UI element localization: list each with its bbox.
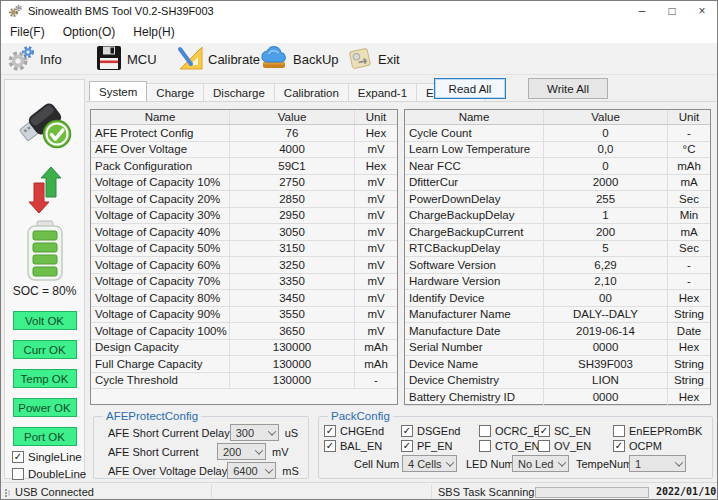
param-value[interactable]: 130000 (230, 356, 355, 372)
table-row: ChargeBackupCurrent200mA (405, 224, 710, 241)
pack-group-title: PackConfig (328, 410, 393, 422)
checkbox-label: SC_EN (554, 425, 591, 437)
read-all-button[interactable]: Read All (434, 78, 506, 99)
info-button[interactable]: Info (7, 45, 62, 73)
menu-item-option(o)[interactable]: Option(O) (54, 23, 125, 41)
param-value[interactable]: 2,10 (544, 274, 668, 290)
param-value[interactable]: 130000 (230, 340, 355, 356)
menu-item-file(f)[interactable]: File(F) (1, 23, 54, 41)
param-value[interactable]: 2950 (230, 208, 355, 224)
tab-calibration[interactable]: Calibration (275, 83, 349, 102)
tab-system[interactable]: System (89, 81, 147, 102)
param-value[interactable]: 3350 (230, 274, 355, 290)
checkbox-doubleline[interactable]: DoubleLine (12, 468, 86, 480)
maximize-button[interactable]: □ (657, 2, 687, 20)
param-value[interactable]: 2000 (544, 175, 668, 191)
param-value[interactable]: LION (544, 373, 668, 389)
chevron-down-icon (267, 427, 275, 435)
toolbar-label-mcu: MCU (127, 52, 157, 67)
param-value[interactable]: SH39F003 (544, 356, 668, 372)
param-value[interactable]: 1 (544, 208, 668, 224)
checkbox-ocpm[interactable]: ✓OCPM (613, 440, 707, 452)
param-value[interactable]: 3450 (230, 290, 355, 306)
param-value[interactable]: 3650 (230, 323, 355, 339)
tab-strip: SystemChargeDischargeCalibrationExpand-1… (89, 81, 485, 102)
checkbox-bal_en[interactable]: ✓BAL_EN (324, 440, 401, 452)
param-unit: mA (668, 224, 710, 240)
param-value[interactable]: 2750 (230, 175, 355, 191)
param-unit: mV (355, 323, 397, 339)
tab-discharge[interactable]: Discharge (204, 83, 275, 102)
cell-num-select[interactable]: 4 Cells (402, 455, 457, 472)
exit-button[interactable]: Exit (347, 45, 400, 73)
param-value[interactable]: 76 (230, 125, 355, 141)
calibrate-button[interactable]: Calibrate (177, 45, 260, 73)
checkbox-ocrc_en[interactable]: OCRC_EN (479, 425, 538, 437)
param-value[interactable]: 2019-06-14 (544, 323, 668, 339)
window-title: Sinowealth BMS Tool V0.2-SH39F003 (28, 5, 214, 17)
param-value[interactable]: 200 (544, 224, 668, 240)
close-button[interactable]: × (687, 2, 717, 20)
param-value[interactable]: 3150 (230, 241, 355, 257)
checkbox-box: ✓ (324, 425, 336, 437)
afe-short-current-delay-select[interactable]: 300 (230, 424, 279, 441)
table-header-row: NameValueUnit (405, 110, 710, 125)
param-value[interactable]: 3550 (230, 307, 355, 323)
soc-label: SOC = 80% (5, 284, 84, 298)
checkbox-dsgend[interactable]: ✓DSGEnd (401, 425, 479, 437)
checkbox-label: OCPM (629, 440, 662, 452)
pack-config-group: PackConfig ✓CHGEnd✓DSGEndOCRC_EN✓SC_ENEn… (318, 410, 713, 479)
param-value[interactable]: 130000 (230, 373, 355, 389)
minimize-button[interactable]: – (627, 2, 657, 20)
param-unit: Min (668, 208, 710, 224)
param-name: Identify Device (405, 290, 544, 306)
led-num-label: LED Num (466, 458, 514, 470)
param-value[interactable]: 00 (544, 290, 668, 306)
checkbox-box (479, 440, 491, 452)
table-row: Voltage of Capacity 30%2950mV (91, 208, 397, 225)
param-value[interactable]: DALY--DALY (544, 307, 668, 323)
menu-item-help(h)[interactable]: Help(H) (124, 23, 183, 41)
afe-row-unit: uS (285, 427, 298, 439)
param-value[interactable]: 4000 (230, 142, 355, 158)
afe-short-current-select[interactable]: 200 (217, 443, 266, 460)
param-value[interactable]: 59C1 (230, 158, 355, 174)
param-value[interactable]: 3050 (230, 224, 355, 240)
param-name: Full Charge Capacity (91, 356, 230, 372)
tab-expand-1[interactable]: Expand-1 (349, 83, 417, 102)
param-value[interactable]: 2850 (230, 191, 355, 207)
param-value[interactable]: 6,29 (544, 257, 668, 273)
checkbox-eneeprombk[interactable]: EnEEPRomBK (613, 425, 707, 437)
param-name: Hardware Version (405, 274, 544, 290)
param-value[interactable]: 5 (544, 241, 668, 257)
menu-bar: File(F)Option(O)Help(H) (1, 21, 717, 43)
param-value[interactable]: 0 (544, 125, 668, 141)
param-value[interactable]: 0 (544, 158, 668, 174)
checkbox-box (479, 425, 491, 437)
param-value[interactable]: 255 (544, 191, 668, 207)
checkbox-singleline[interactable]: ✓SingleLine (12, 451, 86, 463)
checkbox-cto_en[interactable]: CTO_EN (479, 440, 538, 452)
param-value[interactable]: 0,0 (544, 142, 668, 158)
param-name: Manufacturer Name (405, 307, 544, 323)
tab-page-border (86, 101, 716, 102)
afe-over-voltage-delay-select[interactable]: 6400 (227, 462, 276, 479)
table-row: Voltage of Capacity 100%3650mV (91, 323, 397, 340)
tab-charge[interactable]: Charge (147, 83, 204, 102)
checkbox-sc_en[interactable]: ✓SC_EN (538, 425, 613, 437)
param-value[interactable]: 3250 (230, 257, 355, 273)
checkbox-ov_en[interactable]: OV_EN (538, 440, 613, 452)
tempe-num-select[interactable]: 1 (629, 455, 686, 472)
mcu-button[interactable]: MCU (96, 45, 157, 73)
param-value[interactable]: 0000 (544, 389, 668, 405)
backup-button[interactable]: BackUp (260, 45, 339, 73)
param-unit: mV (355, 208, 397, 224)
checkbox-pf_en[interactable]: ✓PF_EN (401, 440, 479, 452)
checkbox-chgend[interactable]: ✓CHGEnd (324, 425, 401, 437)
param-value[interactable]: 0000 (544, 340, 668, 356)
led-num-select[interactable]: No Leds (512, 455, 569, 472)
param-unit: Hex (355, 158, 397, 174)
table-row: Hardware Version2,10- (405, 274, 710, 291)
title-bar: Sinowealth BMS Tool V0.2-SH39F003 – □ × (1, 1, 717, 21)
write-all-button[interactable]: Write All (528, 78, 608, 99)
